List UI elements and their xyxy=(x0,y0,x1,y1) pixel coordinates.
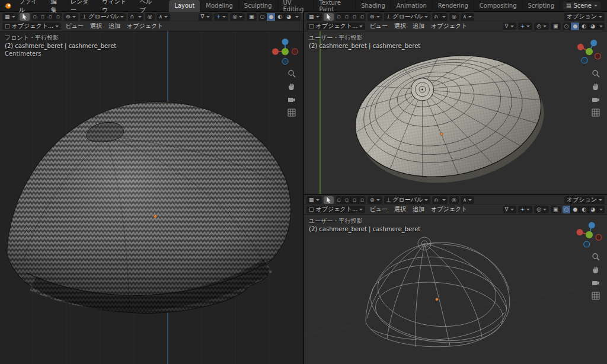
select-mode-button[interactable]: ▫ xyxy=(359,13,366,21)
shading-material-button[interactable]: ◐ xyxy=(580,23,589,30)
shading-rendered-button[interactable]: ◕ xyxy=(285,13,293,21)
shading-wireframe-button[interactable]: ○ xyxy=(258,13,267,21)
overlays-dropdown[interactable]: ◎ xyxy=(230,13,245,21)
menu-view[interactable]: ビュー xyxy=(367,205,389,213)
xray-toggle[interactable]: ▣ xyxy=(551,23,561,30)
magnet-icon[interactable]: ∩ xyxy=(432,196,440,204)
active-tool-button[interactable] xyxy=(324,13,334,21)
orientation-dropdown[interactable]: ⊥ グローバル xyxy=(384,196,431,204)
viewport-front[interactable]: ▦ ▫ ▫ ▫ ▫ ⊕ ⊥ グローバル ∩ xyxy=(0,12,303,364)
menu-select[interactable]: 選択 xyxy=(88,22,104,30)
menu-help[interactable]: ヘルプ xyxy=(136,0,161,15)
falloff-dropdown[interactable]: ∧ xyxy=(461,13,475,21)
tab-texture-paint[interactable]: Texture Paint xyxy=(314,0,356,12)
xray-toggle[interactable]: ▣ xyxy=(247,13,257,21)
ortho-toggle-button[interactable] xyxy=(592,292,600,300)
gizmos-dropdown[interactable]: + xyxy=(518,206,533,213)
menu-edit[interactable]: 編集 xyxy=(47,0,66,15)
snap-dropdown[interactable] xyxy=(440,196,448,204)
menu-object[interactable]: オブジェクト xyxy=(429,22,469,30)
tab-sculpting[interactable]: Sculpting xyxy=(239,0,278,12)
menu-object[interactable]: オブジェクト xyxy=(429,205,469,213)
menu-object[interactable]: オブジェクト xyxy=(124,22,165,30)
gizmos-dropdown[interactable]: + xyxy=(518,23,533,30)
shading-solid-button[interactable]: ● xyxy=(571,23,580,30)
falloff-dropdown[interactable]: ∧ xyxy=(461,196,475,204)
menu-view[interactable]: ビュー xyxy=(367,22,389,30)
blender-logo-icon[interactable] xyxy=(4,2,12,10)
menu-add[interactable]: 追加 xyxy=(106,22,123,30)
shading-material-button[interactable]: ◐ xyxy=(580,206,589,213)
zoom-button[interactable] xyxy=(592,69,600,78)
scene-selector[interactable]: ▤ Scene xyxy=(563,2,601,9)
menu-select[interactable]: 選択 xyxy=(392,22,408,30)
tab-rendering[interactable]: Rendering xyxy=(433,0,474,12)
tab-shading[interactable]: Shading xyxy=(356,0,391,12)
select-mode-button[interactable]: ▫ xyxy=(343,196,351,204)
viewport-canvas[interactable] xyxy=(0,12,303,364)
tab-uv-editing[interactable]: UV Editing xyxy=(278,0,314,12)
magnet-icon[interactable]: ∩ xyxy=(432,13,440,21)
menu-view[interactable]: ビュー xyxy=(63,22,85,30)
shading-rendered-button[interactable]: ◕ xyxy=(589,206,598,213)
select-mode-button[interactable]: ▫ xyxy=(336,196,343,204)
camera-view-button[interactable] xyxy=(592,95,600,104)
select-mode-button[interactable]: ▫ xyxy=(351,196,359,204)
zoom-button[interactable] xyxy=(592,253,600,261)
pan-button[interactable] xyxy=(592,266,600,274)
shading-material-button[interactable]: ◐ xyxy=(276,13,285,21)
shading-dropdown[interactable] xyxy=(598,206,605,213)
navigation-gizmo[interactable] xyxy=(270,37,300,66)
orientation-dropdown[interactable]: ⊥ グローバル xyxy=(384,13,431,21)
pan-button[interactable] xyxy=(592,82,600,91)
visibility-dropdown[interactable]: ∇ xyxy=(199,13,212,21)
menu-window[interactable]: ウィンドウ xyxy=(98,0,135,15)
viewport-canvas[interactable] xyxy=(304,195,607,364)
gizmos-dropdown[interactable]: + xyxy=(214,13,229,21)
tab-scripting[interactable]: Scripting xyxy=(523,0,560,12)
tab-layout[interactable]: Layout xyxy=(169,0,200,12)
shading-dropdown[interactable] xyxy=(293,13,301,21)
camera-view-button[interactable] xyxy=(287,95,296,104)
visibility-dropdown[interactable]: ∇ xyxy=(503,206,516,213)
snap-dropdown[interactable] xyxy=(440,13,448,21)
viewport-canvas[interactable] xyxy=(304,12,607,194)
shading-solid-button[interactable]: ● xyxy=(267,13,276,21)
select-mode-button[interactable]: ▫ xyxy=(359,196,366,204)
navigation-gizmo[interactable] xyxy=(574,220,604,250)
mode-dropdown[interactable]: □ オブジェクト... xyxy=(306,23,365,30)
menu-add[interactable]: 追加 xyxy=(410,205,427,213)
overlays-dropdown[interactable]: ◎ xyxy=(534,23,549,30)
tab-animation[interactable]: Animation xyxy=(391,0,433,12)
ortho-toggle-button[interactable] xyxy=(287,108,296,117)
select-mode-button[interactable]: ▫ xyxy=(336,13,343,21)
menu-select[interactable]: 選択 xyxy=(392,205,408,213)
shading-solid-button[interactable]: ● xyxy=(571,206,580,213)
options-dropdown[interactable]: オプション xyxy=(564,13,605,21)
navigation-gizmo[interactable] xyxy=(574,37,604,66)
shading-wireframe-button[interactable]: ○ xyxy=(563,206,571,213)
active-tool-button[interactable] xyxy=(324,196,334,204)
options-dropdown[interactable]: オプション xyxy=(564,196,605,204)
shading-dropdown[interactable] xyxy=(598,23,605,30)
editor-type-button[interactable]: ▦ xyxy=(306,13,322,21)
camera-view-button[interactable] xyxy=(592,279,600,287)
visibility-dropdown[interactable]: ∇ xyxy=(503,23,516,30)
zoom-button[interactable] xyxy=(287,69,296,78)
mode-dropdown[interactable]: □ オブジェクト... xyxy=(306,206,365,213)
ortho-toggle-button[interactable] xyxy=(592,108,600,117)
viewport-user-top[interactable]: ▦ ▫ ▫ ▫ ▫ ⊕ ⊥ グローバル ∩ xyxy=(304,12,607,194)
editor-type-button[interactable]: ▦ xyxy=(306,196,322,204)
select-mode-button[interactable]: ▫ xyxy=(351,13,359,21)
menu-add[interactable]: 追加 xyxy=(410,22,427,30)
select-mode-button[interactable]: ▫ xyxy=(343,13,351,21)
pivot-point-button[interactable]: ⊕ xyxy=(368,13,382,21)
mode-dropdown[interactable]: □ オブジェクト... xyxy=(2,23,61,30)
xray-toggle[interactable]: ▣ xyxy=(551,206,561,213)
menu-file[interactable]: ファイル xyxy=(15,0,46,15)
tab-modeling[interactable]: Modeling xyxy=(200,0,239,12)
pivot-point-button[interactable]: ⊕ xyxy=(368,196,382,204)
tab-compositing[interactable]: Compositing xyxy=(474,0,523,12)
menu-render[interactable]: レンダー xyxy=(67,0,97,15)
proportional-edit-button[interactable]: ◎ xyxy=(449,196,459,204)
